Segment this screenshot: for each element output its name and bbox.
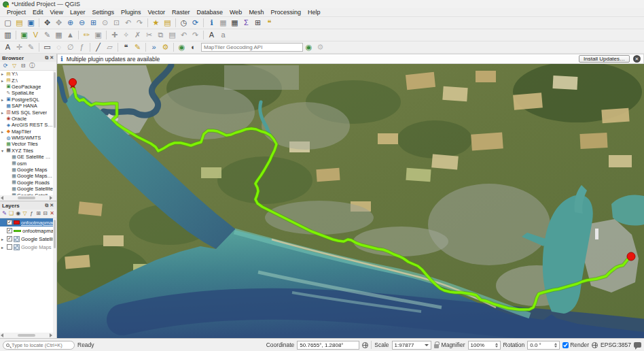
filter-legend-icon[interactable]: ▽ bbox=[22, 210, 28, 218]
geocoder-input[interactable] bbox=[201, 43, 303, 52]
menu-help[interactable]: Help bbox=[305, 8, 323, 16]
new-geopackage-icon[interactable]: ▣ bbox=[18, 30, 30, 40]
browser-item-ge-satellite-only[interactable]: ▦GE Satellite only bbox=[0, 154, 53, 160]
new-annotation-icon[interactable]: ✎ bbox=[132, 42, 143, 52]
scroll-left-icon[interactable] bbox=[1, 196, 3, 200]
toggle-editing-icon[interactable]: ✏ bbox=[81, 30, 92, 40]
layer-styling-icon[interactable]: ✎ bbox=[1, 210, 7, 218]
layers-vertical-scrollbar[interactable] bbox=[53, 218, 56, 333]
data-source-manager-icon[interactable]: ▥ bbox=[2, 30, 14, 40]
pan-to-selection-icon[interactable]: ✥ bbox=[53, 18, 65, 28]
filter-expression-icon[interactable]: ƒ bbox=[29, 210, 35, 218]
annotation-icon[interactable]: ❝ bbox=[264, 18, 275, 28]
undock-browser-icon[interactable]: ⧉ bbox=[44, 55, 49, 61]
new-virtual-layer-icon[interactable]: ▦ bbox=[53, 30, 65, 40]
layer-item-onfootmapmarker[interactable]: ✓onfootmapmarker bbox=[0, 227, 53, 235]
browser-item-arcgis-rest-servers[interactable]: ◈ArcGIS REST Servers bbox=[0, 122, 53, 128]
browser-item-google-satellite[interactable]: ▦Google Satellite bbox=[0, 186, 53, 192]
show-bookmarks-icon[interactable]: ▤ bbox=[162, 18, 173, 28]
menu-database[interactable]: Database bbox=[194, 8, 226, 16]
zoom-to-layer-icon[interactable]: ⊡ bbox=[111, 18, 122, 28]
layer-visibility-checkbox[interactable]: ✓ bbox=[7, 236, 12, 241]
extents-icon[interactable] bbox=[362, 342, 368, 348]
rotation-spinner[interactable]: 0.0 ° bbox=[527, 341, 560, 350]
browser-item-spatialite[interactable]: ✎SpatiaLite bbox=[0, 90, 53, 96]
move-label-icon[interactable]: ✛ bbox=[14, 42, 25, 52]
browser-properties-icon[interactable]: ⓘ bbox=[28, 63, 36, 70]
browser-item-google-maps-al-[interactable]: ▦Google Maps (Al… bbox=[0, 173, 53, 179]
menu-web[interactable]: Web bbox=[227, 8, 245, 16]
cut-features-icon[interactable]: ✂ bbox=[143, 30, 155, 40]
label-options-icon[interactable]: A bbox=[2, 42, 14, 52]
new-mesh-icon[interactable]: ▲ bbox=[65, 30, 76, 40]
lock-scale-icon[interactable] bbox=[434, 344, 439, 348]
copy-features-icon[interactable]: ⧉ bbox=[155, 30, 166, 40]
browser-vertical-scrollbar[interactable] bbox=[53, 71, 56, 195]
browser-item-ms-sql-server[interactable]: ▸▥MS SQL Server bbox=[0, 109, 53, 115]
temporal-controller-icon[interactable]: ◷ bbox=[178, 18, 190, 28]
identify-features-icon[interactable]: ℹ bbox=[206, 18, 217, 28]
select-by-expression-icon[interactable]: ƒ bbox=[76, 42, 88, 52]
browser-item-google-maps[interactable]: ▦Google Maps bbox=[0, 167, 53, 173]
render-checkbox[interactable]: Render bbox=[562, 341, 589, 348]
measure-line-icon[interactable]: ╱ bbox=[92, 42, 104, 52]
quick-map-services-icon[interactable]: ◐ bbox=[187, 42, 199, 52]
chevron-right-icon[interactable]: ▸ bbox=[1, 237, 5, 241]
expand-all-icon[interactable]: ⊞ bbox=[35, 210, 41, 218]
menu-project[interactable]: Project bbox=[4, 8, 29, 16]
close-message-icon[interactable]: ✕ bbox=[633, 55, 641, 63]
geocode-settings-icon[interactable]: ⚙ bbox=[315, 42, 326, 52]
messages-icon[interactable] bbox=[634, 342, 641, 348]
statistics-icon[interactable]: Σ bbox=[240, 18, 252, 28]
browser-item-geopackage[interactable]: ▣GeoPackage bbox=[0, 84, 53, 90]
zoom-out-icon[interactable]: ⊖ bbox=[76, 18, 88, 28]
browser-item-vector-tiles[interactable]: ▦Vector Tiles bbox=[0, 141, 53, 147]
remove-layer-icon[interactable]: ✕ bbox=[49, 210, 55, 218]
layer-visibility-checkbox[interactable]: ✓ bbox=[7, 220, 12, 225]
close-layers-icon[interactable]: ✕ bbox=[49, 203, 54, 208]
change-label-icon[interactable]: ✎ bbox=[25, 42, 37, 52]
new-bookmark-icon[interactable]: ★ bbox=[150, 18, 162, 28]
scale-combo[interactable]: 1:97877 bbox=[392, 341, 431, 350]
zoom-last-icon[interactable]: ↶ bbox=[122, 18, 134, 28]
zoom-next-icon[interactable]: ↷ bbox=[134, 18, 145, 28]
menu-raster[interactable]: Raster bbox=[169, 8, 193, 16]
render-checkbox-input[interactable] bbox=[562, 342, 569, 348]
layer-diagram-icon[interactable]: a bbox=[217, 30, 229, 40]
select-rectangle-icon[interactable]: ▭ bbox=[41, 42, 53, 52]
new-project-icon[interactable]: ▢ bbox=[2, 18, 14, 28]
browser-item-maptiler[interactable]: ▸◆MapTiler bbox=[0, 129, 53, 135]
install-updates-button[interactable]: Install Updates… bbox=[579, 55, 630, 63]
new-spatialite-icon[interactable]: ✎ bbox=[41, 30, 53, 40]
layer-visibility-checkbox[interactable] bbox=[7, 244, 12, 250]
menu-plugins[interactable]: Plugins bbox=[118, 8, 144, 16]
refresh-map-icon[interactable]: ⟳ bbox=[190, 18, 201, 28]
menu-edit[interactable]: Edit bbox=[30, 8, 46, 16]
browser-item-z-[interactable]: ▸▤Z:\ bbox=[0, 77, 53, 83]
browser-item-postgresql[interactable]: ▸▣PostgreSQL bbox=[0, 97, 53, 103]
browser-item-wms-wmts[interactable]: ◍WMS/WMTS bbox=[0, 135, 53, 141]
layer-item-google-maps[interactable]: ▸Google Maps bbox=[0, 243, 53, 251]
map-tips-icon[interactable]: ❝ bbox=[120, 42, 132, 52]
coordinate-value[interactable]: 50.7655°, 1.2808° bbox=[297, 341, 359, 350]
menu-settings[interactable]: Settings bbox=[89, 8, 117, 16]
zoom-full-icon[interactable]: ⊞ bbox=[88, 18, 99, 28]
select-features-icon[interactable]: ▦ bbox=[217, 18, 229, 28]
new-map-view-icon[interactable]: ⊞ bbox=[252, 18, 264, 28]
layer-item-google-satellite[interactable]: ▸✓Google Satellite bbox=[0, 235, 53, 243]
magnifier-spinner[interactable]: 100% bbox=[468, 341, 501, 350]
add-group-icon[interactable]: ❏ bbox=[8, 210, 14, 218]
layer-item-onfootmapmarker[interactable]: ✓onfootmapmarker bbox=[0, 218, 53, 227]
measure-area-icon[interactable]: ▱ bbox=[104, 42, 115, 52]
browser-collapse-all-icon[interactable]: ⊟ bbox=[19, 63, 27, 70]
redo-icon[interactable]: ↷ bbox=[190, 30, 201, 40]
menu-processing[interactable]: Processing bbox=[268, 8, 304, 16]
new-shapefile-icon[interactable]: V bbox=[30, 30, 41, 40]
add-feature-icon[interactable]: ✚ bbox=[109, 30, 120, 40]
browser-item-osm[interactable]: ▦osm bbox=[0, 160, 53, 166]
pan-map-icon[interactable]: ✥ bbox=[41, 18, 53, 28]
browser-refresh-icon[interactable]: ⟳ bbox=[1, 63, 10, 70]
scroll-right-icon[interactable] bbox=[50, 196, 52, 200]
chevron-right-icon[interactable]: ▸ bbox=[1, 245, 5, 250]
layer-visibility-checkbox[interactable]: ✓ bbox=[7, 228, 12, 233]
